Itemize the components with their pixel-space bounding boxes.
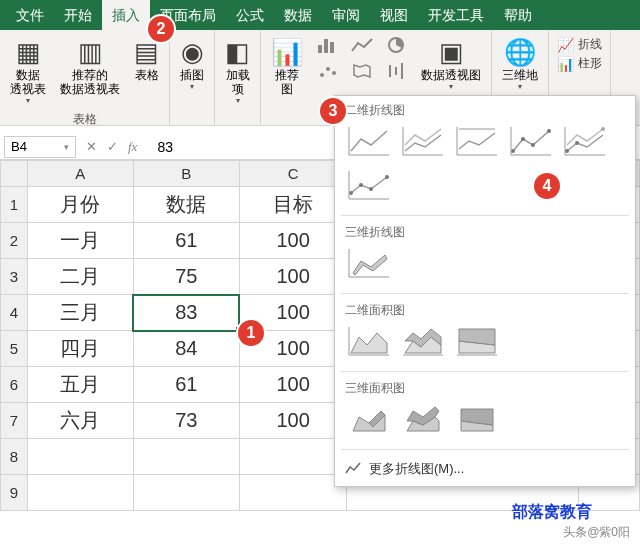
row-header[interactable]: 8 [1, 439, 28, 475]
tab-view[interactable]: 视图 [370, 0, 418, 30]
chart-type-popup: 二维折线图 三维折线图 二维面积图 三维面积图 更多折线图(M)... [334, 95, 636, 487]
sparkline-line-button[interactable]: 📈折线 [557, 36, 602, 53]
confirm-icon[interactable]: ✓ [107, 139, 118, 155]
formula-value[interactable]: 83 [147, 139, 173, 155]
cell[interactable]: 六月 [28, 403, 134, 439]
area-100stacked-thumb[interactable] [453, 323, 501, 361]
row-header[interactable]: 6 [1, 367, 28, 403]
col-header-a[interactable]: A [28, 161, 134, 187]
sparkline-column-button[interactable]: 📊柱形 [557, 55, 602, 72]
chart-column-button[interactable] [311, 32, 345, 58]
cell[interactable] [239, 439, 347, 475]
cell[interactable]: 73 [133, 403, 239, 439]
area-stacked-thumb[interactable] [399, 323, 447, 361]
area-3d-stacked-thumb[interactable] [399, 401, 447, 439]
col-header-c[interactable]: C [239, 161, 347, 187]
more-line-charts[interactable]: 更多折线图(M)... [335, 452, 635, 486]
tab-data[interactable]: 数据 [274, 0, 322, 30]
cell[interactable]: 数据 [133, 187, 239, 223]
line-stacked-markers-thumb[interactable] [561, 123, 609, 161]
watermark-author: 头条@紫0阳 [563, 524, 630, 541]
area-3d-thumb[interactable] [345, 401, 393, 439]
cell[interactable] [239, 475, 347, 511]
tab-home[interactable]: 开始 [54, 0, 102, 30]
svg-point-19 [547, 129, 551, 133]
cancel-icon[interactable]: ✕ [86, 139, 97, 155]
cell[interactable] [28, 439, 134, 475]
svg-rect-0 [318, 45, 322, 53]
pivot-table-button[interactable]: ▦数据透视表 [4, 32, 52, 109]
recommended-charts-button[interactable]: 📊推荐图 [265, 32, 309, 100]
illustrations-button[interactable]: ◉插图 [174, 32, 210, 95]
svg-point-16 [511, 149, 515, 153]
tab-help[interactable]: 帮助 [494, 0, 542, 30]
cell[interactable] [133, 475, 239, 511]
pivot-chart-button[interactable]: ▣数据透视图 [415, 32, 487, 95]
area-3d-100stacked-thumb[interactable] [453, 401, 501, 439]
cell-selected[interactable]: 83 [133, 295, 239, 331]
row-header[interactable]: 9 [1, 475, 28, 511]
row-header[interactable]: 7 [1, 403, 28, 439]
svg-rect-1 [324, 39, 328, 53]
chart-scatter-button[interactable] [311, 58, 345, 84]
select-all-corner[interactable] [1, 161, 28, 187]
cell[interactable]: 五月 [28, 367, 134, 403]
row-header[interactable]: 4 [1, 295, 28, 331]
svg-point-18 [531, 143, 535, 147]
row-header[interactable]: 5 [1, 331, 28, 367]
tab-review[interactable]: 审阅 [322, 0, 370, 30]
section-3d-line: 三维折线图 [335, 218, 635, 245]
cell[interactable]: 四月 [28, 331, 134, 367]
fx-icon[interactable]: fx [128, 139, 137, 155]
section-2d-line: 二维折线图 [335, 96, 635, 123]
line-100stacked-thumb[interactable] [453, 123, 501, 161]
tab-dev[interactable]: 开发工具 [418, 0, 494, 30]
cell[interactable]: 100 [239, 367, 347, 403]
line-markers-thumb[interactable] [507, 123, 555, 161]
cell[interactable] [133, 439, 239, 475]
svg-point-27 [349, 191, 353, 195]
row-header[interactable]: 1 [1, 187, 28, 223]
cell[interactable]: 目标 [239, 187, 347, 223]
tab-file[interactable]: 文件 [6, 0, 54, 30]
tab-formulas[interactable]: 公式 [226, 0, 274, 30]
map-3d-button[interactable]: 🌐三维地 [496, 32, 544, 95]
cell[interactable]: 三月 [28, 295, 134, 331]
svg-point-4 [320, 73, 324, 77]
chart-pie-button[interactable] [379, 32, 413, 58]
row-header[interactable]: 3 [1, 259, 28, 295]
line-100stacked-markers-thumb[interactable] [345, 167, 393, 205]
chart-line-button[interactable] [345, 32, 379, 58]
cell[interactable]: 一月 [28, 223, 134, 259]
line-stacked-thumb[interactable] [399, 123, 447, 161]
cell[interactable]: 84 [133, 331, 239, 367]
line-3d-thumb[interactable] [345, 245, 393, 283]
cell[interactable]: 月份 [28, 187, 134, 223]
cell[interactable]: 100 [239, 259, 347, 295]
cell[interactable]: 100 [239, 223, 347, 259]
recommended-pivot-button[interactable]: ▥推荐的数据透视表 [54, 32, 126, 100]
svg-rect-2 [330, 42, 334, 53]
cell[interactable]: 61 [133, 223, 239, 259]
name-box[interactable]: B4▾ [4, 136, 76, 158]
cell[interactable]: 75 [133, 259, 239, 295]
section-3d-area: 三维面积图 [335, 374, 635, 401]
cell[interactable]: 61 [133, 367, 239, 403]
cell[interactable]: 二月 [28, 259, 134, 295]
col-header-b[interactable]: B [133, 161, 239, 187]
callout-2: 2 [148, 16, 174, 42]
svg-point-29 [369, 187, 373, 191]
area-chart-thumb[interactable] [345, 323, 393, 361]
cell[interactable] [28, 475, 134, 511]
chart-map-button[interactable] [345, 58, 379, 84]
svg-point-24 [601, 127, 605, 131]
row-header[interactable]: 2 [1, 223, 28, 259]
section-2d-area: 二维面积图 [335, 296, 635, 323]
cell[interactable]: 100 [239, 403, 347, 439]
group-label-tables: 表格 [4, 109, 165, 130]
addins-button[interactable]: ◧加载项 [219, 32, 256, 109]
line-chart-thumb[interactable] [345, 123, 393, 161]
tab-insert[interactable]: 插入 [102, 0, 150, 30]
chart-stock-button[interactable] [379, 58, 413, 84]
callout-4: 4 [534, 173, 560, 199]
